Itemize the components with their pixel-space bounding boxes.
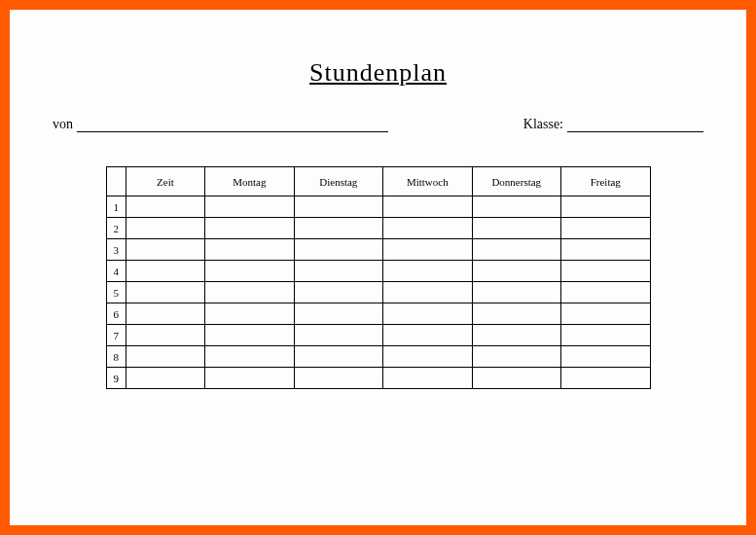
table-row: 3 (106, 239, 650, 261)
class-label: Klasse: (523, 117, 563, 132)
document-frame: Stundenplan von Klasse: Zeit Montag Dien… (0, 0, 756, 535)
cell-num: 8 (106, 346, 126, 368)
table-row: 2 (106, 218, 650, 239)
header-dienstag: Dienstag (294, 167, 382, 196)
cell-montag (205, 239, 294, 261)
cell-zeit (126, 218, 204, 239)
from-blank (77, 118, 388, 132)
cell-num: 1 (106, 196, 126, 218)
table-row: 1 (106, 196, 650, 218)
cell-donnerstag (472, 368, 560, 389)
cell-freitag (560, 218, 650, 239)
cell-zeit (126, 239, 204, 261)
cell-freitag (560, 303, 650, 325)
cell-freitag (560, 282, 650, 303)
cell-freitag (560, 368, 650, 389)
cell-montag (205, 218, 294, 239)
table-row: 7 (106, 325, 650, 346)
page-title: Stundenplan (49, 58, 707, 88)
cell-mittwoch (383, 261, 472, 282)
cell-dienstag (294, 261, 382, 282)
table-header-row: Zeit Montag Dienstag Mittwoch Donnerstag… (106, 167, 650, 196)
header-freitag: Freitag (560, 167, 650, 196)
from-field: von (53, 117, 388, 132)
table-row: 9 (106, 368, 650, 389)
from-label: von (53, 117, 73, 132)
cell-dienstag (294, 346, 382, 368)
cell-zeit (126, 368, 204, 389)
timetable: Zeit Montag Dienstag Mittwoch Donnerstag… (106, 166, 651, 389)
cell-freitag (560, 196, 650, 218)
cell-freitag (560, 261, 650, 282)
cell-num: 6 (106, 303, 126, 325)
cell-donnerstag (472, 196, 560, 218)
cell-mittwoch (383, 303, 472, 325)
cell-montag (205, 346, 294, 368)
info-row: von Klasse: (49, 117, 707, 132)
cell-montag (205, 261, 294, 282)
cell-donnerstag (472, 303, 560, 325)
cell-montag (205, 196, 294, 218)
cell-mittwoch (383, 282, 472, 303)
cell-donnerstag (472, 261, 560, 282)
table-row: 6 (106, 303, 650, 325)
cell-zeit (126, 261, 204, 282)
cell-num: 5 (106, 282, 126, 303)
header-montag: Montag (205, 167, 294, 196)
cell-dienstag (294, 218, 382, 239)
cell-montag (205, 368, 294, 389)
cell-mittwoch (383, 368, 472, 389)
cell-zeit (126, 346, 204, 368)
cell-mittwoch (383, 346, 472, 368)
cell-dienstag (294, 196, 382, 218)
cell-dienstag (294, 368, 382, 389)
cell-num: 2 (106, 218, 126, 239)
cell-dienstag (294, 303, 382, 325)
table-body: 123456789 (106, 196, 650, 389)
cell-donnerstag (472, 346, 560, 368)
cell-zeit (126, 196, 204, 218)
cell-donnerstag (472, 282, 560, 303)
cell-zeit (126, 303, 204, 325)
table-row: 8 (106, 346, 650, 368)
cell-montag (205, 325, 294, 346)
header-num (106, 167, 126, 196)
cell-freitag (560, 346, 650, 368)
cell-num: 7 (106, 325, 126, 346)
cell-mittwoch (383, 325, 472, 346)
cell-mittwoch (383, 196, 472, 218)
table-row: 4 (106, 261, 650, 282)
table-row: 5 (106, 282, 650, 303)
cell-zeit (126, 325, 204, 346)
cell-mittwoch (383, 218, 472, 239)
class-field: Klasse: (523, 117, 703, 132)
cell-freitag (560, 325, 650, 346)
cell-zeit (126, 282, 204, 303)
cell-num: 9 (106, 368, 126, 389)
header-zeit: Zeit (126, 167, 204, 196)
cell-montag (205, 303, 294, 325)
cell-num: 4 (106, 261, 126, 282)
cell-mittwoch (383, 239, 472, 261)
cell-montag (205, 282, 294, 303)
cell-donnerstag (472, 239, 560, 261)
cell-dienstag (294, 325, 382, 346)
cell-donnerstag (472, 218, 560, 239)
class-blank (567, 118, 703, 132)
cell-dienstag (294, 282, 382, 303)
header-donnerstag: Donnerstag (472, 167, 560, 196)
cell-donnerstag (472, 325, 560, 346)
cell-freitag (560, 239, 650, 261)
cell-dienstag (294, 239, 382, 261)
cell-num: 3 (106, 239, 126, 261)
header-mittwoch: Mittwoch (383, 167, 472, 196)
